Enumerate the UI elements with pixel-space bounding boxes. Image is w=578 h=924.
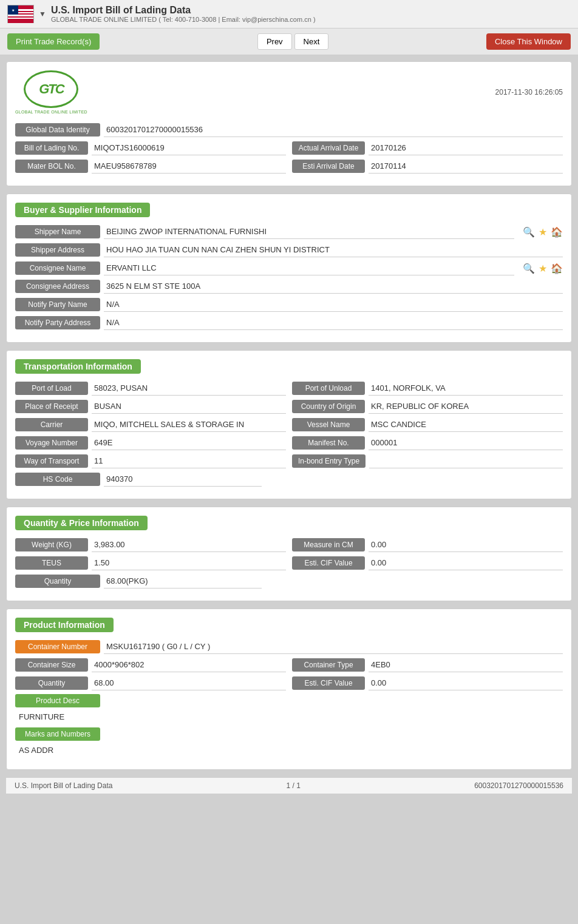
actual-arrival-label: Actual Arrival Date [292,141,365,155]
weight-label: Weight (KG) [15,538,88,551]
transportation-header: Transportation Information [15,359,563,381]
product-esti-cif-value: 0.00 [369,676,563,690]
notify-party-address-value: N/A [104,315,563,330]
marks-numbers-section: Marks and Numbers AS ADDR [15,727,563,757]
marks-numbers-value: AS ADDR [15,743,563,757]
product-info-title: Product Information [15,618,114,632]
shipper-name-value: BEIJING ZWOP INTERNATIONAL FURNISHI [104,224,514,239]
footer-left: U.S. Import Bill of Lading Data [15,781,112,790]
prev-button[interactable]: Prev [257,33,292,50]
measure-value: 0.00 [369,538,563,552]
logo: GTC GLOBAL TRADE ONLINE LIMITED [15,70,87,114]
next-button[interactable]: Next [294,33,329,50]
container-number-label: Container Number [15,640,100,653]
hs-code-label: HS Code [15,473,100,486]
buyer-supplier-header: Buyer & Supplier Information [15,203,563,224]
inbond-entry-label: In-bond Entry Type [292,454,365,468]
consignee-home-icon[interactable]: 🏠 [551,263,563,274]
buyer-supplier-card: Buyer & Supplier Information Shipper Nam… [6,194,572,343]
page-title: U.S. Import Bill of Lading Data [51,5,316,16]
timestamp: 2017-11-30 16:26:05 [495,88,563,96]
shipper-name-label: Shipper Name [15,225,100,238]
notify-party-name-value: N/A [104,297,563,312]
way-of-transport-label: Way of Transport [15,454,88,468]
search-icon[interactable]: 🔍 [523,226,535,238]
quantity-price-title: Quantity & Price Information [15,516,148,530]
place-of-receipt-label: Place of Receipt [15,400,88,413]
container-type-value: 4EB0 [369,658,563,672]
quantity-row: Quantity 68.00(PKG) [15,574,563,588]
container-size-label: Container Size [15,658,88,672]
hs-code-row: HS Code 940370 [15,472,563,487]
port-of-unload-label: Port of Unload [292,382,365,395]
logo-subtext: GLOBAL TRADE ONLINE LIMITED [15,110,87,114]
star-icon[interactable]: ★ [539,226,547,238]
manifest-no-value: 000001 [369,436,563,450]
way-of-transport-value: 11 [92,454,286,468]
port-of-load-label: Port of Load [15,382,88,395]
transport-inbond-row: Way of Transport 11 In-bond Entry Type [15,454,563,468]
quantity-label: Quantity [15,575,100,588]
product-desc-section: Product Desc FURNITURE [15,694,563,724]
footer-bar: U.S. Import Bill of Lading Data 1 / 1 60… [6,777,572,794]
shipper-icons: 🔍 ★ 🏠 [523,226,563,238]
voyage-manifest-row: Voyage Number 649E Manifest No. 000001 [15,436,563,450]
teus-label: TEUS [15,556,88,570]
footer-right: 6003201701270000015536 [474,781,563,790]
hs-code-value: 940370 [104,472,262,487]
product-desc-label: Product Desc [15,694,100,707]
notify-party-address-row: Notify Party Address N/A [15,315,563,330]
close-button[interactable]: Close This Window [486,33,571,50]
transportation-title: Transportation Information [15,359,141,374]
esti-cif-label: Esti. CIF Value [292,556,365,570]
inbond-entry-value [369,454,563,468]
flag-icon: ★ [7,5,34,23]
container-number-value: MSKU1617190 ( G0 / L / CY ) [104,639,563,654]
container-size-value: 4000*906*802 [92,658,286,672]
bol-value: MIQOTJS16000619 [92,141,286,155]
transportation-card: Transportation Information Port of Load … [6,350,572,499]
master-bol-value: MAEU958678789 [92,159,286,174]
identity-card: GTC GLOBAL TRADE ONLINE LIMITED 2017-11-… [6,61,572,186]
shipper-address-value: HOU HAO JIA TUAN CUN NAN CAI ZHEN SHUN Y… [104,243,563,257]
global-data-identity-row: Global Data Identity 6003201701270000015… [15,123,563,137]
esti-arrival-label: Esti Arrival Date [292,160,365,173]
measure-label: Measure in CM [292,538,365,551]
buyer-supplier-title: Buyer & Supplier Information [15,203,150,217]
consignee-search-icon[interactable]: 🔍 [523,263,535,274]
weight-value: 3,983.00 [92,538,286,552]
shipper-address-label: Shipper Address [15,243,100,257]
consignee-name-label: Consignee Name [15,261,100,275]
consignee-star-icon[interactable]: ★ [539,263,547,274]
marks-numbers-label: Marks and Numbers [15,727,100,741]
home-icon[interactable]: 🏠 [551,226,563,238]
quantity-value: 68.00(PKG) [104,574,262,588]
dropdown-arrow[interactable]: ▼ [39,10,46,18]
print-button[interactable]: Print Trade Record(s) [7,33,100,50]
product-desc-value: FURNITURE [15,710,563,724]
quantity-price-card: Quantity & Price Information Weight (KG)… [6,507,572,601]
notify-party-address-label: Notify Party Address [15,316,100,329]
global-data-identity-label: Global Data Identity [15,123,100,137]
esti-arrival-value: 20170114 [369,159,563,174]
vessel-name-value: MSC CANDICE [369,417,563,432]
container-number-row: Container Number MSKU1617190 ( G0 / L / … [15,639,563,654]
product-info-header: Product Information [15,618,563,639]
toolbar: Print Trade Record(s) Prev Next Close Th… [0,29,578,55]
place-of-receipt-value: BUSAN [92,399,286,414]
actual-arrival-value: 20170126 [369,141,563,155]
bol-row: Bill of Lading No. MIQOTJS16000619 Actua… [15,141,563,155]
nav-group: Prev Next [257,33,328,50]
port-of-unload-value: 1401, NORFOLK, VA [369,381,563,396]
port-of-load-value: 58023, PUSAN [92,381,286,396]
product-quantity-label: Quantity [15,676,88,690]
port-row: Port of Load 58023, PUSAN Port of Unload… [15,381,563,396]
teus-value: 1.50 [92,556,286,570]
consignee-address-value: 3625 N ELM ST STE 100A [104,279,563,294]
product-quantity-value: 68.00 [92,676,286,690]
product-esti-cif-label: Esti. CIF Value [292,676,365,690]
teus-cif-row: TEUS 1.50 Esti. CIF Value 0.00 [15,556,563,570]
product-info-card: Product Information Container Number MSK… [6,609,572,770]
quantity-price-header: Quantity & Price Information [15,516,563,538]
consignee-address-label: Consignee Address [15,280,100,293]
